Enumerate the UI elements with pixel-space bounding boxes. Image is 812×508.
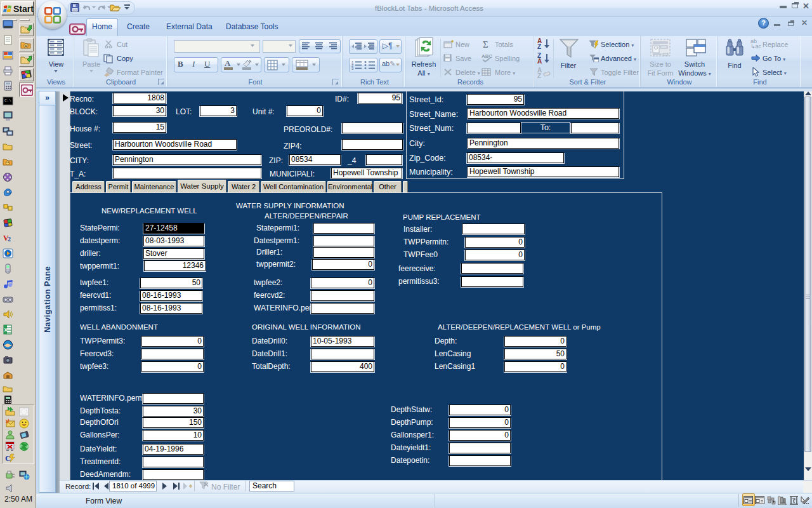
svg-text:3: 3 xyxy=(351,67,354,70)
svg-text:X: X xyxy=(4,327,8,333)
svg-text:2: 2 xyxy=(8,236,11,243)
svg-text:C:\: C:\ xyxy=(4,98,11,103)
svg-text:C: C xyxy=(5,453,11,463)
